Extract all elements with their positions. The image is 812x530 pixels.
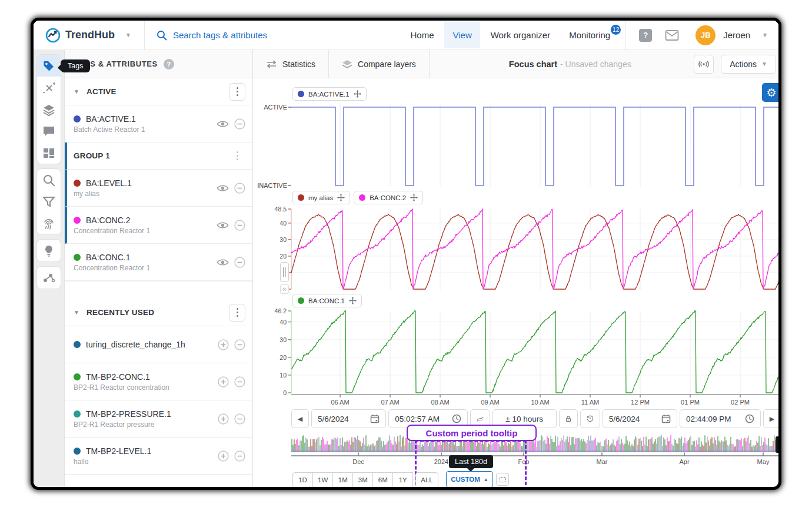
nav-item-view[interactable]: View [444,22,480,48]
rail-item-formulas[interactable] [37,77,61,98]
rail-item-recommendations[interactable] [37,240,61,261]
compare-layers-button[interactable]: Compare layers [329,50,429,78]
period-button-1w[interactable]: 1W [312,472,333,488]
select-period-button[interactable] [496,473,509,486]
end-date-field[interactable]: 5/6/2024 [603,409,677,428]
logo[interactable]: TrendHub ▼ [34,28,131,43]
section-menu-button[interactable] [229,83,245,101]
period-button-6m[interactable]: 6M [372,472,393,488]
tag-description: my alias [74,190,217,198]
panel-resizer-handle[interactable] [280,262,289,282]
eye-icon[interactable] [217,221,229,230]
rail-item-search[interactable] [37,169,61,191]
remove-icon[interactable] [234,339,245,350]
remove-icon[interactable] [234,413,245,425]
add-icon[interactable] [218,413,229,425]
add-icon[interactable] [218,339,229,350]
legend-chip-my-alias[interactable]: my alias [292,191,350,204]
comments-icon [42,124,56,138]
rail-item-comments[interactable] [37,120,61,142]
help-icon[interactable]: ? [639,29,652,42]
rail-item-tags[interactable] [37,55,61,77]
move-icon[interactable] [410,194,418,201]
rail-item-filter[interactable] [37,191,61,213]
legend-chip-ba-conc-2[interactable]: BA:CONC.2 [354,191,423,204]
actions-button[interactable]: Actions▼ [721,55,776,74]
section-menu-button[interactable] [229,304,245,322]
mail-icon[interactable] [665,29,679,41]
layers-icon [42,102,56,117]
avatar[interactable]: JB [695,25,716,45]
tag-row-tm-bp2-level-1[interactable]: TM-BP2-LEVEL.1hallo [65,438,252,475]
left-icon-rail [34,50,65,490]
eye-icon[interactable] [217,120,229,128]
move-icon[interactable] [337,194,345,201]
remove-icon[interactable] [234,118,245,130]
tag-row-ba-conc-1[interactable]: BA:CONC.1Concentration Reactor 1 [65,244,252,281]
recommendations-icon [42,244,56,258]
tag-row-tm-bp2-conc-1[interactable]: TM-BP2-CONC.1BP2-R1 Reactor concentratio… [65,363,252,400]
tag-row-ba-level-1[interactable]: BA:LEVEL.1my alias [65,170,252,207]
section-menu-button[interactable] [229,147,245,165]
svg-text:30: 30 [279,336,287,343]
tag-row-tm-bp2-pressure-1[interactable]: TM-BP2-PRESSURE.1BP2-R1 Reactor pressure [65,400,252,438]
section-label: RECENTLY USED [86,308,229,317]
move-icon[interactable] [354,90,361,98]
rail-item-dashboard[interactable] [37,142,61,164]
user-chevron-down-icon[interactable]: ▼ [762,32,768,38]
svg-text:02 PM: 02 PM [731,399,750,406]
svg-text:May: May [757,458,770,465]
end-time-field[interactable]: 02:44:09 PM [680,409,761,428]
remove-icon[interactable] [234,220,245,231]
eye-icon[interactable] [217,184,229,193]
tag-row-turing-discrete-change-1h[interactable]: turing_discrete_change_1h [65,326,252,363]
period-button-1d[interactable]: 1D [292,472,313,488]
history-button[interactable] [580,409,600,428]
period-button-1y[interactable]: 1Y [392,472,413,488]
legend-chip-ba-conc-1[interactable]: BA:CONC.1 [292,294,362,307]
context-bar-drag-handle[interactable] [776,436,781,453]
section-header-group-1[interactable]: GROUP 1 [65,143,252,170]
remove-icon[interactable] [234,257,245,268]
lock-duration-button[interactable] [559,409,578,428]
logo-chevron-down-icon[interactable]: ▼ [125,32,131,38]
add-icon[interactable] [218,376,229,387]
broadcast-button[interactable] [694,55,714,74]
pan-left-button[interactable]: ◀ [291,409,309,428]
start-date-field[interactable]: 5/6/2024 [311,409,386,428]
rail-item-fingerprint[interactable] [37,213,61,234]
nav-item-work-organizer[interactable]: Work organizer [482,22,558,48]
tag-color-dot [74,217,81,224]
remove-icon[interactable] [234,450,245,462]
remove-icon[interactable] [234,376,245,387]
eye-icon[interactable] [217,258,229,267]
chevron-down-icon[interactable]: ▼ [74,88,86,95]
nav-item-home[interactable]: Home [402,22,442,48]
legend-chip-ba-active-1[interactable]: BA:ACTIVE.1 [292,87,367,101]
period-button-3m[interactable]: 3M [352,472,373,488]
remove-icon[interactable] [234,183,245,194]
add-icon[interactable] [218,450,229,462]
rail-item-context[interactable] [37,267,61,289]
nav-item-monitoring[interactable]: Monitoring 12 [561,22,618,48]
section-header-active[interactable]: ▼ACTIVE [65,78,252,105]
custom-period-button[interactable]: CUSTOM▲ [446,471,493,488]
statistics-button[interactable]: Statistics [253,50,328,78]
pan-right-button[interactable]: ▶ [763,409,781,428]
section-header-recently-used[interactable]: ▼RECENTLY USED [65,299,252,326]
period-button-group: 1D1W1M3M6M1YALL [292,472,438,488]
chart-settings-button[interactable]: ⚙ [762,83,781,102]
chevron-down-icon[interactable]: ▼ [74,309,86,316]
actions-chevron-down-icon: ▼ [761,61,767,67]
rail-item-layers[interactable] [37,98,61,120]
tag-row-ba-active-1[interactable]: BA:ACTIVE.1Batch Active Reactor 1 [65,105,252,143]
period-button-1m[interactable]: 1M [332,472,353,488]
period-button-all[interactable]: ALL [415,472,438,488]
move-icon[interactable] [349,297,357,304]
tag-row-ba-conc-2[interactable]: BA:CONC.2Concentration Reactor 1 [65,207,252,244]
divider [429,50,430,78]
search-input[interactable]: Search tags & attributes [145,30,402,41]
panel-collapse-button[interactable]: ✕ [280,284,289,294]
user-name: Jeroen [723,30,750,40]
panel-help-icon[interactable]: ? [164,59,174,69]
